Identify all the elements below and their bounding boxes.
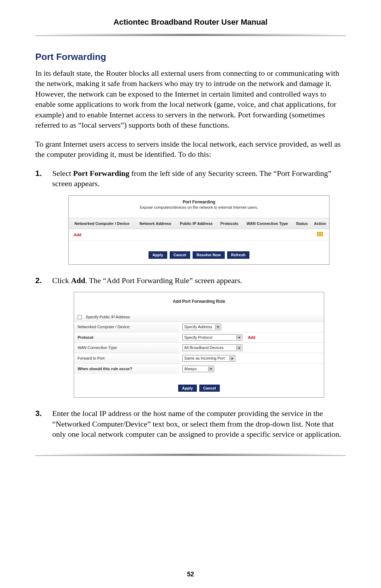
specify-public-ip-checkbox[interactable] [78,315,82,319]
intro-paragraph-2: To grant Internet users access to server… [35,139,346,160]
step-2-text-post: . The “Add Port Forwarding Rule” screen … [85,276,242,285]
step-1: 1. Select Port Forwarding from the left … [35,168,346,265]
col-status: Status [293,218,311,229]
refresh-button[interactable]: Refresh [227,251,249,259]
add-rule-panel: Add Port Forwarding Rule Specify Public … [74,292,324,398]
forward-port-label: Forward to Port: [74,353,179,364]
when-rule-label: When should this rule occur? [78,367,132,371]
apply-button-2[interactable]: Apply [178,385,197,392]
col-wan-type: WAN Connection Type [242,218,293,229]
panel2-title: Add Port Forwarding Rule [74,292,324,313]
col-protocols: Protocols [217,218,242,229]
intro-paragraph-1: In its default state, the Router blocks … [35,68,346,130]
step-2-text-pre: Click [52,276,71,285]
page-number: 52 [0,571,381,578]
specify-public-ip-label: Specify Public IP Address [86,315,130,319]
action-icon[interactable] [317,232,323,236]
step-1-text-pre: Select [52,169,73,178]
document-header: Actiontec Broadband Router User Manual [35,18,346,34]
networked-device-select[interactable]: Specify Address [182,324,221,330]
add-rule-form: Specify Public IP Address Networked Comp… [74,313,324,374]
port-forwarding-table: Networked Computer / Device Network Addr… [69,218,329,241]
header-divider [35,34,346,36]
step-2: 2. Click Add. The “Add Port Forwarding R… [35,275,346,398]
cancel-button[interactable]: Cancel [170,251,190,259]
step-3: 3. Enter the local IP address or the hos… [35,408,346,439]
forward-port-select[interactable]: Same as Incoming Port [182,355,235,362]
cancel-button-2[interactable]: Cancel [199,385,220,392]
networked-device-label: Networked Computer / Device: [74,321,179,332]
protocol-add-link[interactable]: Add [246,335,255,339]
resolve-now-button[interactable]: Resolve Now [193,251,224,259]
apply-button[interactable]: Apply [149,251,167,259]
panel1-buttons: Apply Cancel Resolve Now Refresh [69,241,329,264]
panel2-buttons: Apply Cancel [74,374,324,398]
panel1-title: Port Forwarding [69,196,329,205]
when-rule-select[interactable]: Always [182,366,214,372]
protocol-select[interactable]: Specify Protocol [182,334,242,341]
protocol-label: Protocol [78,335,93,339]
step-2-bold: Add [71,276,85,285]
add-link[interactable]: Add [72,233,81,237]
col-network-address: Network Address [135,218,175,229]
step-3-ip: IP [99,409,107,418]
col-action: Action [311,218,329,229]
panel1-subtitle: Expose computers/devices on the network … [69,205,329,218]
col-public-ip: Public IP Address [175,218,217,229]
port-forwarding-panel: Port Forwarding Expose computers/devices… [68,195,329,265]
col-networked-device: Networked Computer / Device [69,218,135,229]
wan-type-label: WAN Connection Type: [74,343,179,353]
step-3-text-pre: Enter the local [52,409,99,418]
wan-type-select[interactable]: All Broadband Devices [182,344,242,351]
step-1-bold: Port Forwarding [73,169,129,178]
footer-divider [35,454,346,456]
section-heading: Port Forwarding [35,51,346,62]
